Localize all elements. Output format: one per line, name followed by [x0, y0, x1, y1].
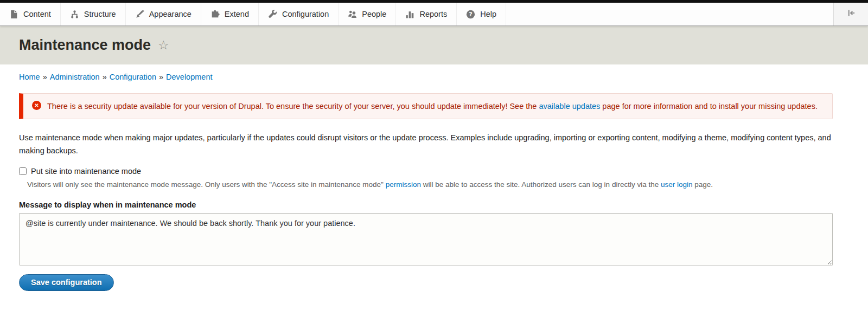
admin-menu-tray: Content Structure Appearance Extend Conf… [0, 3, 868, 26]
people-icon [348, 10, 357, 19]
toolbar-item-configuration[interactable]: Configuration [259, 3, 339, 25]
maintenance-mode-checkbox[interactable] [19, 167, 27, 175]
permission-link[interactable]: permission [386, 180, 421, 189]
toolbar-orientation-toggle[interactable] [833, 3, 868, 25]
error-icon: ✕ [32, 101, 41, 110]
help-icon: ? [466, 10, 475, 19]
toolbar-item-label: Help [480, 10, 496, 18]
maintenance-message-textarea[interactable]: @site is currently under maintenance. We… [19, 213, 833, 265]
breadcrumb: Home»Administration»Configuration»Develo… [19, 73, 833, 81]
toolbar-item-people[interactable]: People [339, 3, 396, 25]
breadcrumb-separator: » [159, 73, 163, 81]
sitemap-icon [70, 10, 79, 19]
save-configuration-button[interactable]: Save configuration [19, 274, 114, 291]
maintenance-mode-checkbox-label[interactable]: Put site into maintenance mode [31, 167, 141, 176]
description-text: page. [692, 180, 713, 189]
paintbrush-icon [135, 10, 144, 19]
error-message-text: There is a security update available for… [47, 102, 539, 111]
page-header: Maintenance mode ☆ [0, 26, 868, 64]
wrench-icon [268, 10, 277, 19]
breadcrumb-separator: » [103, 73, 107, 81]
breadcrumb-link-configuration[interactable]: Configuration [110, 73, 156, 81]
description-text: will be able to access the site. Authori… [421, 180, 661, 189]
toolbar-item-label: Configuration [282, 10, 329, 18]
available-updates-link[interactable]: available updates [539, 102, 600, 111]
puzzle-icon [210, 10, 220, 19]
breadcrumb-link-administration[interactable]: Administration [50, 73, 100, 81]
toolbar-item-label: Structure [84, 10, 116, 18]
collapse-left-icon [846, 8, 856, 20]
page-title: Maintenance mode [19, 37, 151, 54]
maintenance-mode-description: Visitors will only see the maintenance m… [27, 179, 833, 190]
svg-text:?: ? [469, 11, 472, 18]
error-message-text: page for more information and to install… [600, 102, 818, 111]
toolbar-item-content[interactable]: Content [0, 3, 61, 25]
toolbar-item-structure[interactable]: Structure [61, 3, 126, 25]
user-login-link[interactable]: user login [661, 180, 693, 189]
toolbar-item-extend[interactable]: Extend [201, 3, 259, 25]
toolbar-item-label: Reports [419, 10, 447, 18]
toolbar-item-appearance[interactable]: Appearance [126, 3, 201, 25]
maintenance-mode-checkbox-row: Put site into maintenance mode [19, 167, 833, 176]
main-content: Home»Administration»Configuration»Develo… [0, 64, 868, 291]
bar-chart-icon [405, 10, 414, 19]
tray-spacer [506, 3, 833, 25]
breadcrumb-link-home[interactable]: Home [19, 73, 40, 81]
toolbar-item-label: Extend [225, 10, 249, 18]
breadcrumb-link-development[interactable]: Development [166, 73, 212, 81]
toolbar-item-help[interactable]: ? Help [457, 3, 506, 25]
file-icon [9, 10, 18, 19]
toolbar-item-reports[interactable]: Reports [396, 3, 457, 25]
star-icon[interactable]: ☆ [158, 39, 169, 51]
toolbar-item-label: Appearance [149, 10, 192, 18]
error-message-box: ✕ There is a security update available f… [19, 93, 833, 119]
intro-text: Use maintenance mode when making major u… [19, 132, 833, 157]
description-text: Visitors will only see the maintenance m… [27, 180, 386, 189]
message-field-label: Message to display when in maintenance m… [19, 200, 833, 209]
toolbar-item-label: People [362, 10, 386, 18]
breadcrumb-separator: » [43, 73, 47, 81]
toolbar-item-label: Content [23, 10, 51, 18]
